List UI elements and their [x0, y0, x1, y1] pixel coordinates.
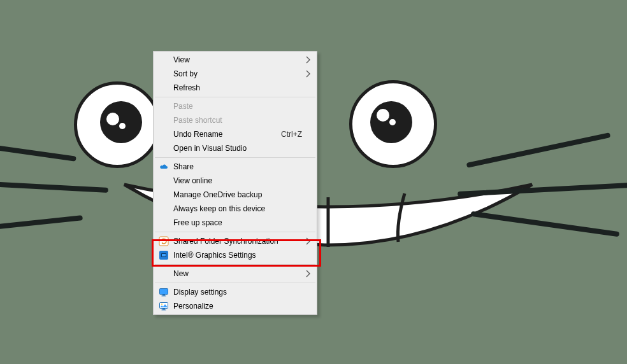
icon-slot-empty [158, 203, 169, 214]
svg-rect-4 [160, 289, 168, 295]
menu-item-label: Shared Folder Synchronization [173, 237, 302, 246]
menu-item-refresh[interactable]: Refresh [154, 81, 316, 95]
icon-slot-empty [158, 217, 169, 228]
personalize-icon [158, 300, 169, 312]
chevron-right-icon [305, 237, 311, 246]
wallpaper-highlight-right-2 [389, 119, 396, 125]
menu-item-label: View [173, 55, 302, 64]
menu-item-label: Sort by [173, 69, 302, 78]
wallpaper-whisker-l3 [0, 215, 83, 230]
menu-item-display-settings[interactable]: Display settings [154, 285, 316, 299]
menu-item-label: Always keep on this device [173, 204, 302, 213]
menu-item-label: Paste shortcut [173, 116, 302, 125]
icon-slot-empty [158, 54, 169, 66]
icon-slot-empty [158, 189, 169, 200]
menu-item-free-up-space[interactable]: Free up space [154, 216, 316, 230]
menu-item-label: Refresh [173, 83, 302, 92]
desktop-context-menu: ViewSort byRefreshPastePaste shortcutUnd… [153, 51, 317, 315]
menu-item-label: Manage OneDrive backup [173, 190, 302, 199]
svg-rect-9 [162, 309, 165, 310]
menu-item-always-keep-device[interactable]: Always keep on this device [154, 202, 316, 216]
chevron-right-icon [305, 69, 311, 78]
menu-item-shortcut: Ctrl+Z [281, 130, 302, 139]
menu-item-label: Display settings [173, 288, 302, 297]
menu-item-view[interactable]: View [154, 53, 316, 67]
chevron-right-icon [305, 55, 311, 64]
sync-icon [158, 235, 169, 247]
menu-item-paste: Paste [154, 99, 316, 113]
wallpaper-pupil-left [100, 101, 142, 143]
chevron-right-icon [305, 269, 311, 278]
svg-rect-3 [162, 254, 166, 256]
svg-rect-7 [160, 303, 168, 309]
wallpaper-whisker-l1 [0, 144, 76, 161]
icon-slot-empty [158, 268, 169, 279]
cloud-icon [158, 161, 169, 172]
menu-separator [155, 157, 315, 158]
menu-item-shared-folder-sync[interactable]: Shared Folder Synchronization [154, 234, 316, 248]
menu-item-view-online[interactable]: View online [154, 174, 316, 188]
menu-item-new[interactable]: New [154, 267, 316, 281]
menu-item-label: Undo Rename [173, 130, 281, 139]
wallpaper-highlight-right-1 [377, 109, 389, 122]
wallpaper-eye-right [349, 80, 437, 168]
menu-item-label: New [173, 269, 302, 278]
menu-item-manage-onedrive-backup[interactable]: Manage OneDrive backup [154, 188, 316, 202]
menu-item-label: View online [173, 176, 302, 185]
icon-slot-empty [158, 129, 169, 140]
menu-item-label: Open in Visual Studio [173, 144, 302, 153]
wallpaper-eye-left [74, 81, 161, 168]
menu-item-personalize[interactable]: Personalize [154, 299, 316, 313]
svg-rect-5 [162, 295, 165, 296]
svg-rect-10 [162, 310, 166, 311]
menu-item-paste-shortcut: Paste shortcut [154, 113, 316, 127]
icon-slot-empty [158, 101, 169, 112]
svg-rect-6 [162, 296, 166, 297]
display-icon [158, 286, 169, 298]
menu-separator [155, 264, 315, 265]
icon-slot-empty [158, 175, 169, 186]
icon-slot-empty [158, 115, 169, 126]
icon-slot-empty [158, 143, 169, 154]
icon-slot-empty [158, 68, 169, 80]
menu-item-label: Personalize [173, 302, 302, 311]
wallpaper-highlight-left-1 [106, 113, 119, 125]
svg-rect-0 [159, 237, 168, 246]
menu-item-sortby[interactable]: Sort by [154, 67, 316, 81]
intel-icon [158, 249, 169, 261]
wallpaper-whisker-l2 [0, 181, 108, 193]
wallpaper-whisker-r1 [466, 132, 611, 168]
menu-item-open-vs[interactable]: Open in Visual Studio [154, 141, 316, 155]
menu-item-label: Free up space [173, 218, 302, 227]
menu-separator [155, 232, 315, 232]
menu-item-label: Intel® Graphics Settings [173, 251, 302, 260]
menu-item-label: Paste [173, 102, 302, 111]
menu-item-label: Share [173, 162, 302, 171]
menu-separator [155, 283, 315, 283]
wallpaper-highlight-left-2 [119, 123, 126, 129]
menu-item-share[interactable]: Share [154, 160, 316, 174]
icon-slot-empty [158, 82, 169, 94]
svg-point-8 [161, 304, 162, 305]
menu-separator [155, 97, 315, 97]
menu-item-intel-graphics-settings[interactable]: Intel® Graphics Settings [154, 248, 316, 262]
menu-item-undo-rename[interactable]: Undo RenameCtrl+Z [154, 127, 316, 141]
